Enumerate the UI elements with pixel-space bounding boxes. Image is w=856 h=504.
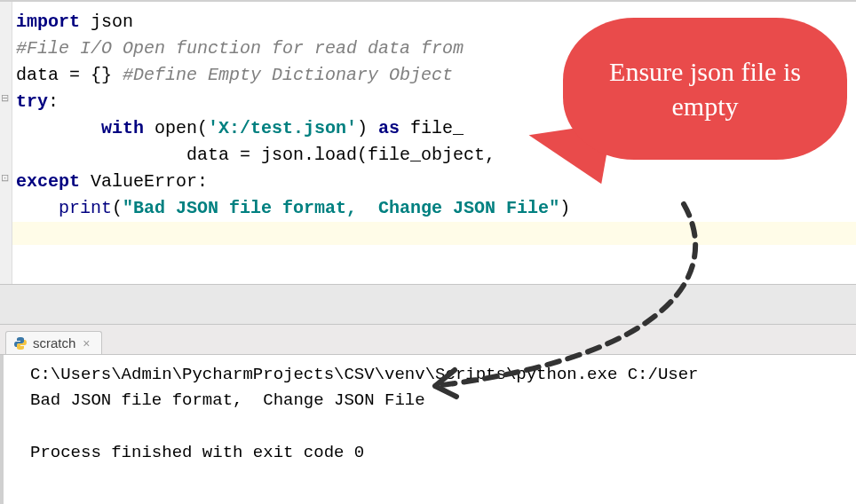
console-tabbar: scratch × (0, 325, 856, 355)
fold-icon[interactable]: ⊡ (1, 170, 9, 185)
callout-bubble: Ensure json file is empty (563, 18, 847, 160)
tab-label: scratch (33, 335, 75, 350)
panel-separator[interactable] (0, 284, 856, 325)
annotation-callout: Ensure json file is empty (527, 18, 847, 195)
run-tab-scratch[interactable]: scratch × (5, 331, 102, 354)
code-line: print("Bad JSON file format, Change JSON… (16, 195, 856, 222)
console-line: Bad JSON file format, Change JSON File (30, 388, 856, 413)
fold-icon[interactable]: ⊟ (1, 91, 9, 106)
python-file-icon (13, 336, 28, 350)
caret-line (12, 222, 856, 245)
gutter: ⊟ ⊡ (0, 2, 12, 284)
console-line: Process finished with exit code 0 (30, 440, 856, 466)
callout-text: Ensure json file is empty (581, 54, 829, 123)
console-line: C:\Users\Admin\PycharmProjects\CSV\venv\… (30, 362, 856, 388)
run-console[interactable]: C:\Users\Admin\PycharmProjects\CSV\venv\… (0, 355, 856, 504)
close-icon[interactable]: × (81, 336, 91, 350)
console-line (30, 414, 856, 440)
